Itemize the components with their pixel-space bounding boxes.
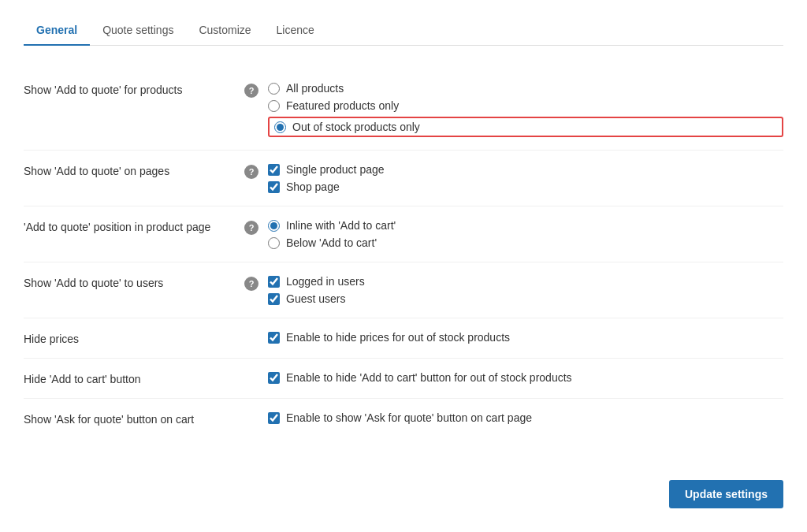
checkbox-input-shop-page[interactable] [268,181,280,193]
checkbox-group-show-ask-for-quote: Enable to show 'Ask for quote' button on… [268,411,783,424]
row-help-show-ask-for-quote [244,411,268,413]
radio-input-inline-with-cart[interactable] [268,220,280,232]
checkbox-group-hide-add-to-cart: Enable to hide 'Add to cart' button for … [268,371,783,384]
checkbox-group-show-add-to-quote-pages: Single product pageShop page [268,163,783,193]
row-help-position-in-product-page[interactable]: ? [244,219,268,235]
checkbox-label-shop-page[interactable]: Shop page [268,180,783,193]
checkbox-group-show-to-users: Logged in usersGuest users [268,275,783,305]
row-content-show-add-to-quote-products: All productsFeatured products onlyOut of… [268,82,783,137]
tab-licence[interactable]: Licence [264,16,327,46]
radio-text-all-products: All products [286,82,344,95]
checkbox-text-shop-page: Shop page [286,180,340,193]
settings-rows: Show 'Add to quote' for products?All pro… [24,69,783,438]
row-position-in-product-page: 'Add to quote' position in product page?… [24,206,783,262]
row-content-position-in-product-page: Inline with 'Add to cart'Below 'Add to c… [268,219,783,249]
row-show-ask-for-quote: Show 'Ask for quote' button on cartEnabl… [24,399,783,438]
row-show-add-to-quote-pages: Show 'Add to quote' on pages?Single prod… [24,151,783,206]
row-help-show-to-users[interactable]: ? [244,275,268,291]
checkbox-text-enable-ask-for-quote: Enable to show 'Ask for quote' button on… [286,411,532,424]
row-help-hide-add-to-cart [244,371,268,373]
radio-input-featured-products[interactable] [268,100,280,112]
tabs-nav: GeneralQuote settingsCustomizeLicence [24,16,783,46]
radio-text-out-of-stock: Out of stock products only [292,121,420,133]
help-icon-position-in-product-page[interactable]: ? [244,221,258,235]
radio-group-show-add-to-quote-products: All productsFeatured products onlyOut of… [268,82,783,137]
row-content-show-add-to-quote-pages: Single product pageShop page [268,163,783,193]
row-hide-prices: Hide pricesEnable to hide prices for out… [24,318,783,359]
row-label-position-in-product-page: 'Add to quote' position in product page [24,219,244,233]
row-content-show-to-users: Logged in usersGuest users [268,275,783,305]
update-settings-button[interactable]: Update settings [669,480,783,508]
checkbox-input-enable-hide-cart-btn[interactable] [268,372,280,384]
row-label-hide-add-to-cart: Hide 'Add to cart' button [24,371,244,385]
radio-label-inline-with-cart[interactable]: Inline with 'Add to cart' [268,219,783,232]
radio-input-all-products[interactable] [268,83,280,95]
row-label-show-add-to-quote-products: Show 'Add to quote' for products [24,82,244,96]
row-label-show-add-to-quote-pages: Show 'Add to quote' on pages [24,163,244,177]
radio-group-position-in-product-page: Inline with 'Add to cart'Below 'Add to c… [268,219,783,249]
row-show-add-to-quote-products: Show 'Add to quote' for products?All pro… [24,69,783,151]
checkbox-label-enable-hide-prices[interactable]: Enable to hide prices for out of stock p… [268,331,783,344]
radio-label-featured-products[interactable]: Featured products only [268,99,783,112]
row-label-show-ask-for-quote: Show 'Ask for quote' button on cart [24,411,244,426]
row-label-show-to-users: Show 'Add to quote' to users [24,275,244,289]
checkbox-input-enable-hide-prices[interactable] [268,332,280,344]
page-wrapper: GeneralQuote settingsCustomizeLicence Sh… [0,0,807,532]
row-help-show-add-to-quote-products[interactable]: ? [244,82,268,98]
help-icon-show-add-to-quote-pages[interactable]: ? [244,165,258,179]
row-hide-add-to-cart: Hide 'Add to cart' buttonEnable to hide … [24,359,783,399]
radio-input-out-of-stock[interactable] [274,121,286,133]
radio-highlight-out-of-stock: Out of stock products only [268,117,783,137]
checkbox-input-enable-ask-for-quote[interactable] [268,412,280,424]
radio-label-out-of-stock[interactable]: Out of stock products only [274,121,420,133]
help-icon-show-to-users[interactable]: ? [244,277,258,291]
tab-customize[interactable]: Customize [186,16,263,46]
radio-input-below-cart[interactable] [268,237,280,249]
tab-general[interactable]: General [24,16,90,46]
checkbox-text-enable-hide-cart-btn: Enable to hide 'Add to cart' button for … [286,371,572,384]
row-show-to-users: Show 'Add to quote' to users?Logged in u… [24,262,783,318]
checkbox-text-logged-in-users: Logged in users [286,275,365,288]
checkbox-text-guest-users: Guest users [286,292,345,305]
radio-label-all-products[interactable]: All products [268,82,783,95]
checkbox-input-single-product-page[interactable] [268,164,280,176]
checkbox-label-single-product-page[interactable]: Single product page [268,163,783,176]
checkbox-group-hide-prices: Enable to hide prices for out of stock p… [268,331,783,344]
radio-text-below-cart: Below 'Add to cart' [286,236,377,249]
tab-quote-settings[interactable]: Quote settings [90,16,186,46]
row-content-hide-prices: Enable to hide prices for out of stock p… [268,331,783,344]
checkbox-text-single-product-page: Single product page [286,163,385,176]
radio-label-below-cart[interactable]: Below 'Add to cart' [268,236,783,249]
checkbox-input-logged-in-users[interactable] [268,276,280,288]
checkbox-input-guest-users[interactable] [268,293,280,305]
radio-text-featured-products: Featured products only [286,99,399,112]
radio-text-inline-with-cart: Inline with 'Add to cart' [286,219,396,232]
row-content-show-ask-for-quote: Enable to show 'Ask for quote' button on… [268,411,783,424]
checkbox-label-guest-users[interactable]: Guest users [268,292,783,305]
checkbox-text-enable-hide-prices: Enable to hide prices for out of stock p… [286,331,510,344]
row-help-show-add-to-quote-pages[interactable]: ? [244,163,268,179]
row-content-hide-add-to-cart: Enable to hide 'Add to cart' button for … [268,371,783,384]
row-label-hide-prices: Hide prices [24,331,244,345]
checkbox-label-enable-hide-cart-btn[interactable]: Enable to hide 'Add to cart' button for … [268,371,783,384]
checkbox-label-logged-in-users[interactable]: Logged in users [268,275,783,288]
checkbox-label-enable-ask-for-quote[interactable]: Enable to show 'Ask for quote' button on… [268,411,783,424]
help-icon-show-add-to-quote-products[interactable]: ? [244,84,258,98]
row-help-hide-prices [244,331,268,333]
